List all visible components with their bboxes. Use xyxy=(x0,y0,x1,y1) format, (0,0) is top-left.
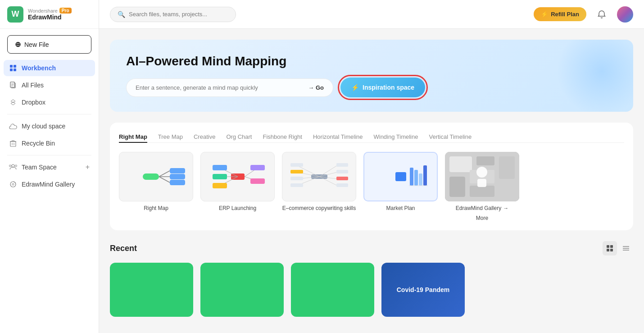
add-team-icon[interactable]: + xyxy=(86,163,90,171)
svg-rect-2 xyxy=(10,68,13,71)
recent-card-1[interactable] xyxy=(110,263,193,317)
recent-header: Recent xyxy=(110,241,633,255)
svg-line-46 xyxy=(319,165,337,177)
new-file-button[interactable]: ⊕ New File xyxy=(7,35,91,54)
svg-rect-43 xyxy=(290,177,303,180)
svg-rect-25 xyxy=(170,180,185,185)
all-files-label: All Files xyxy=(22,82,44,89)
all-files-icon xyxy=(9,81,17,89)
recycle-icon xyxy=(9,139,17,147)
sidebar-item-dropbox[interactable]: Dropbox xyxy=(4,94,95,110)
svg-line-52 xyxy=(319,177,337,186)
template-card-ecommerce[interactable]: E–commerce copywriting skills xyxy=(282,152,356,211)
recent-card-3[interactable] xyxy=(291,263,374,317)
view-toggle xyxy=(603,241,633,255)
gallery-thumb xyxy=(445,152,519,201)
workbench-icon xyxy=(9,64,17,72)
recent-card-2[interactable] xyxy=(200,263,284,317)
tab-org-chart[interactable]: Org Chart xyxy=(226,132,252,143)
recent-title: Recent xyxy=(110,244,137,253)
template-grid: Right Map xyxy=(119,152,624,221)
tab-winding-timeline[interactable]: Winding Timeline xyxy=(373,132,418,143)
template-thumb-right-map xyxy=(119,152,193,201)
svg-rect-47 xyxy=(336,163,348,167)
content-area: AI–Powered Mind Mapping → Go ⚡ Inspirati… xyxy=(99,29,644,333)
template-card-market[interactable]: Market Plan xyxy=(363,152,438,211)
gallery-icon xyxy=(9,180,17,188)
svg-rect-69 xyxy=(607,245,609,248)
svg-point-14 xyxy=(12,164,14,167)
svg-rect-57 xyxy=(419,173,422,186)
sidebar-item-gallery[interactable]: EdrawMind Gallery xyxy=(4,176,95,192)
user-avatar[interactable] xyxy=(617,6,633,23)
topbar: 🔍 ⚡ Refill Plan xyxy=(99,0,644,29)
new-file-label: New File xyxy=(24,41,49,48)
sidebar-item-workbench[interactable]: Workbench xyxy=(4,60,95,76)
nav-separator-2 xyxy=(7,155,91,155)
template-card-right-map[interactable]: Right Map xyxy=(119,152,193,211)
svg-marker-8 xyxy=(11,100,15,103)
svg-rect-54 xyxy=(395,172,406,181)
go-button[interactable]: → Go xyxy=(308,84,324,91)
tab-vertical-timeline[interactable]: Vertical Timeline xyxy=(429,132,472,143)
list-view-button[interactable] xyxy=(619,241,633,255)
gallery-link: EdrawMind Gallery → xyxy=(456,205,508,211)
template-label-ecommerce: E–commerce copywriting skills xyxy=(282,205,356,211)
hero-input[interactable] xyxy=(136,84,304,91)
pro-badge: Pro xyxy=(59,8,72,14)
svg-rect-45 xyxy=(290,183,303,187)
recent-card-4[interactable]: Covid-19 Pandem xyxy=(381,263,465,317)
tab-tree-map[interactable]: Tree Map xyxy=(158,132,183,143)
svg-rect-66 xyxy=(470,186,494,197)
gallery-card[interactable]: EdrawMind Gallery → More xyxy=(445,152,519,221)
gallery-arrow: → xyxy=(503,205,508,211)
template-thumb-ecommerce xyxy=(282,152,356,201)
svg-point-16 xyxy=(15,165,17,167)
sidebar-item-recycle[interactable]: Recycle Bin xyxy=(4,135,95,151)
inspiration-button[interactable]: ⚡ Inspiration space xyxy=(340,78,425,97)
go-label: → Go xyxy=(308,84,324,91)
svg-rect-58 xyxy=(423,165,427,186)
svg-rect-34 xyxy=(250,165,265,170)
team-label: Team Space xyxy=(22,164,57,171)
svg-rect-10 xyxy=(10,141,16,146)
template-thumb-erp xyxy=(200,152,275,201)
svg-rect-64 xyxy=(449,177,465,197)
inspiration-label: Inspiration space xyxy=(363,84,414,91)
sidebar-item-team[interactable]: Team Space + xyxy=(4,159,95,175)
grid-view-button[interactable] xyxy=(603,241,617,255)
team-icon xyxy=(9,164,17,171)
svg-rect-1 xyxy=(14,65,16,68)
tab-fishbone[interactable]: Fishbone Right xyxy=(263,132,302,143)
sidebar-item-cloud[interactable]: My cloud space xyxy=(4,118,95,134)
refill-plan-button[interactable]: ⚡ Refill Plan xyxy=(534,7,586,21)
svg-rect-51 xyxy=(336,177,348,180)
gallery-label: EdrawMind Gallery xyxy=(22,181,75,188)
svg-rect-49 xyxy=(336,170,348,173)
bell-icon[interactable] xyxy=(594,6,610,23)
cloud-icon xyxy=(9,122,17,130)
svg-rect-55 xyxy=(410,168,413,186)
template-card-erp[interactable]: ERP Launching xyxy=(200,152,275,211)
svg-rect-41 xyxy=(290,170,303,173)
search-box: 🔍 xyxy=(110,7,236,22)
svg-rect-62 xyxy=(476,156,494,165)
tab-horizontal-timeline[interactable]: Horizontal Timeline xyxy=(313,132,363,143)
main: 🔍 ⚡ Refill Plan AI–Powered Mind Mapping xyxy=(99,0,644,333)
nav-section: Workbench All Files Dropbox xyxy=(0,60,99,110)
svg-rect-61 xyxy=(449,156,472,172)
nav-separator-1 xyxy=(7,114,91,114)
svg-point-15 xyxy=(9,165,11,167)
dropbox-label: Dropbox xyxy=(22,99,45,106)
tab-right-map[interactable]: Right Map xyxy=(119,132,147,143)
sidebar-item-all-files[interactable]: All Files xyxy=(4,77,95,93)
gallery-link-label: EdrawMind Gallery xyxy=(456,205,501,211)
svg-rect-30 xyxy=(213,174,227,179)
tab-creative[interactable]: Creative xyxy=(194,132,215,143)
more-label: More xyxy=(476,215,488,221)
search-input[interactable] xyxy=(129,11,228,18)
team-section: Team Space + EdrawMind Gallery xyxy=(0,159,99,192)
gallery-svg xyxy=(445,152,519,201)
refill-label: Refill Plan xyxy=(551,11,579,18)
templates-section: Right Map Tree Map Creative Org Chart Fi… xyxy=(110,123,633,230)
